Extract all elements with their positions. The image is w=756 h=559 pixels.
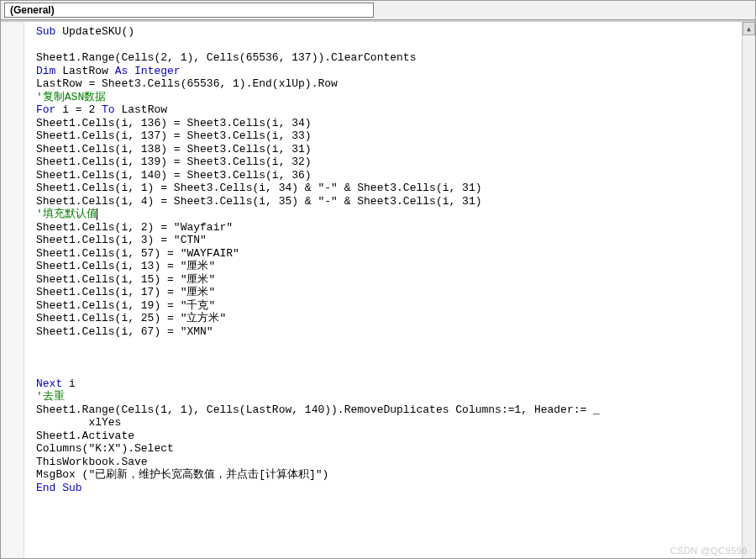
code-line[interactable]: Sheet1.Cells(i, 4) = Sheet3.Cells(i, 35)… bbox=[36, 195, 742, 208]
code-line[interactable]: Sheet1.Cells(i, 140) = Sheet3.Cells(i, 3… bbox=[36, 169, 742, 182]
watermark-text: CSDN @QC9596 bbox=[670, 546, 748, 556]
code-line[interactable]: '复制ASN数据 bbox=[36, 91, 742, 104]
code-line[interactable]: Sheet1.Cells(i, 136) = Sheet3.Cells(i, 3… bbox=[36, 117, 742, 130]
code-line[interactable]: Sheet1.Cells(i, 137) = Sheet3.Cells(i, 3… bbox=[36, 129, 742, 143]
code-line[interactable]: Sheet1.Range(Cells(1, 1), Cells(LastRow,… bbox=[36, 403, 742, 417]
code-line[interactable]: Sheet1.Cells(i, 57) = "WAYFAIR" bbox=[36, 247, 742, 261]
code-line[interactable]: Dim LastRow As Integer bbox=[36, 65, 742, 78]
code-line[interactable]: Sheet1.Cells(i, 17) = "厘米" bbox=[36, 286, 742, 299]
code-line[interactable]: Sheet1.Cells(i, 19) = "千克" bbox=[36, 299, 742, 313]
code-line[interactable]: xlYes bbox=[36, 416, 742, 430]
code-line[interactable]: Sheet1.Range(Cells(2, 1), Cells(65536, 1… bbox=[36, 51, 742, 65]
code-line[interactable]: Next i bbox=[36, 377, 742, 391]
code-line[interactable]: '填充默认值 bbox=[36, 208, 742, 221]
code-line[interactable]: For i = 2 To LastRow bbox=[36, 103, 742, 117]
vba-editor-frame: (General) Sub UpdateSKU() Sheet1.Range(C… bbox=[0, 0, 756, 559]
scroll-up-arrow[interactable]: ▲ bbox=[743, 22, 755, 35]
code-line[interactable]: '去重 bbox=[36, 390, 742, 403]
object-selector-dropdown[interactable]: (General) bbox=[4, 3, 374, 18]
code-line[interactable]: LastRow = Sheet3.Cells(65536, 1).End(xlU… bbox=[36, 77, 742, 91]
code-line[interactable] bbox=[36, 338, 742, 351]
margin-gutter bbox=[1, 22, 24, 558]
code-line[interactable]: Sheet1.Cells(i, 138) = Sheet3.Cells(i, 3… bbox=[36, 143, 742, 156]
code-line[interactable]: Sub UpdateSKU() bbox=[36, 25, 742, 39]
code-line[interactable] bbox=[36, 364, 742, 377]
code-line[interactable] bbox=[36, 351, 742, 365]
vertical-scrollbar[interactable]: ▲ bbox=[742, 22, 755, 558]
code-line[interactable]: Sheet1.Cells(i, 139) = Sheet3.Cells(i, 3… bbox=[36, 156, 742, 169]
code-line[interactable]: Sheet1.Cells(i, 15) = "厘米" bbox=[36, 273, 742, 287]
code-line[interactable]: ThisWorkbook.Save bbox=[36, 456, 742, 469]
code-pane[interactable]: Sub UpdateSKU() Sheet1.Range(Cells(2, 1)… bbox=[24, 22, 742, 558]
code-line[interactable]: Sheet1.Cells(i, 2) = "Wayfair" bbox=[36, 221, 742, 235]
code-line[interactable]: MsgBox ("已刷新，维护长宽高数值，并点击[计算体积]") bbox=[36, 468, 742, 482]
editor-area: Sub UpdateSKU() Sheet1.Range(Cells(2, 1)… bbox=[1, 20, 755, 558]
code-line[interactable]: Sheet1.Cells(i, 1) = Sheet3.Cells(i, 34)… bbox=[36, 182, 742, 195]
code-line[interactable]: Columns("K:X").Select bbox=[36, 442, 742, 456]
code-line[interactable]: Sheet1.Activate bbox=[36, 430, 742, 443]
code-line[interactable]: End Sub bbox=[36, 482, 742, 495]
code-line[interactable]: Sheet1.Cells(i, 25) = "立方米" bbox=[36, 312, 742, 325]
code-line[interactable]: Sheet1.Cells(i, 3) = "CTN" bbox=[36, 234, 742, 247]
code-line[interactable] bbox=[36, 39, 742, 52]
code-line[interactable]: Sheet1.Cells(i, 13) = "厘米" bbox=[36, 260, 742, 273]
code-line[interactable]: Sheet1.Cells(i, 67) = "XMN" bbox=[36, 325, 742, 339]
object-dropdown-bar: (General) bbox=[1, 1, 755, 20]
